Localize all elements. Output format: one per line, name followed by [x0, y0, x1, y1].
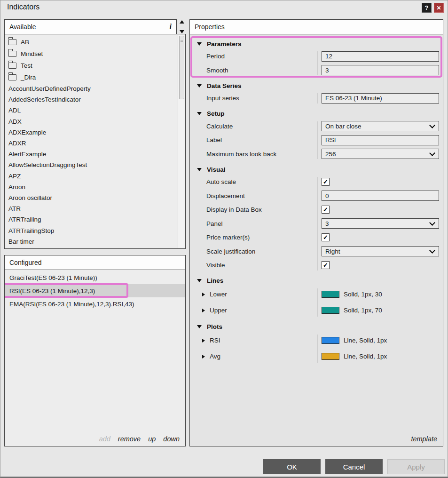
available-item[interactable]: Aroon oscillator — [8, 192, 185, 203]
chevron-down-icon — [429, 122, 435, 128]
configured-item[interactable]: EMA(RSI(ES 06-23 (1 Minute),12,3).RSI,43… — [5, 297, 185, 311]
available-folder[interactable]: _Dira — [8, 72, 185, 83]
property-row: Maximum bars look back256 — [190, 147, 443, 161]
available-item[interactable]: ADXExample — [8, 127, 185, 138]
remove-link[interactable]: remove — [118, 435, 141, 443]
section-data-series: Data SeriesInput seriesES 06-23 (1 Minut… — [190, 80, 443, 105]
configured-item[interactable]: GraciTest(ES 06-23 (1 Minute)) — [5, 271, 185, 284]
up-link[interactable]: up — [148, 435, 156, 443]
available-item-label: AlertExample — [8, 151, 46, 158]
expand-arrow-icon[interactable] — [202, 293, 205, 296]
available-item[interactable]: ADL — [8, 105, 185, 116]
available-item-label: APZ — [8, 173, 21, 180]
scroll-up-icon[interactable] — [180, 20, 184, 24]
help-button[interactable]: ? — [422, 3, 432, 13]
text-input[interactable]: 12 — [322, 51, 439, 62]
available-folder[interactable]: Mindset — [8, 48, 185, 60]
dropdown-select[interactable]: 256 — [322, 149, 439, 159]
available-item[interactable]: APZ — [8, 171, 185, 182]
dropdown-select[interactable]: Right — [322, 246, 439, 256]
properties-panel: ParametersPeriod12Smooth3Data SeriesInpu… — [189, 34, 443, 446]
available-folder[interactable]: AB — [8, 36, 185, 48]
dropdown-select[interactable]: 3 — [322, 218, 439, 229]
property-value: ✓ — [322, 206, 439, 214]
window-title: Indicators — [7, 3, 39, 11]
scrollbar-thumb[interactable] — [179, 36, 184, 99]
section-header[interactable]: Setup — [190, 108, 443, 120]
section-setup: SetupCalculateOn bar closeLabelRSIMaximu… — [190, 108, 443, 161]
text-input[interactable]: ES 06-23 (1 Minute) — [322, 93, 439, 104]
configured-item-label: GraciTest(ES 06-23 (1 Minute)) — [9, 274, 97, 281]
configured-item[interactable]: RSI(ES 06-23 (1 Minute),12,3) — [5, 284, 185, 297]
collapse-triangle-icon — [197, 42, 202, 46]
property-row: Displacement0 — [190, 189, 443, 203]
available-scrollbar[interactable] — [178, 35, 185, 249]
properties-header-label: Properties — [195, 23, 225, 31]
available-item[interactable]: AlertExample — [8, 149, 185, 159]
template-link[interactable]: template — [411, 435, 437, 443]
available-item-label: AccountUserDefinedProperty — [8, 85, 91, 92]
available-item[interactable]: ADXR — [8, 138, 185, 149]
available-item[interactable]: ADX — [8, 116, 185, 127]
checkbox[interactable]: ✓ — [322, 233, 330, 241]
available-item[interactable]: AccountUserDefinedProperty — [8, 83, 185, 94]
color-swatch[interactable] — [322, 291, 339, 298]
available-item[interactable]: ATRTrailing — [8, 214, 185, 225]
available-header-label: Available — [9, 23, 36, 31]
property-value: ✓ — [322, 233, 439, 241]
available-list: ABMindsetTest_DiraAccountUserDefinedProp… — [4, 34, 186, 249]
property-label-text: Period — [206, 53, 225, 60]
apply-button[interactable]: Apply — [387, 459, 445, 474]
available-item[interactable]: Bar timer — [8, 236, 185, 247]
property-label-text: Avg — [210, 353, 220, 360]
ok-button[interactable]: OK — [263, 459, 321, 474]
collapse-triangle-icon — [197, 112, 202, 115]
scroll-down-icon[interactable] — [180, 30, 184, 33]
text-input[interactable]: RSI — [322, 135, 439, 145]
close-button[interactable]: ✕ — [434, 3, 444, 13]
available-item-label: ATRTrailing — [8, 216, 41, 223]
property-row: Panel3 — [190, 217, 443, 231]
available-item[interactable]: ATR — [8, 203, 185, 214]
section-header[interactable]: Lines — [190, 275, 443, 287]
section-header[interactable]: Visual — [190, 164, 443, 175]
property-label-text: Panel — [206, 220, 223, 227]
available-folder[interactable]: Test — [8, 60, 185, 72]
info-icon[interactable]: i — [170, 23, 172, 31]
section-title: Plots — [207, 323, 222, 330]
checkbox[interactable]: ✓ — [322, 178, 330, 186]
text-input[interactable]: 0 — [322, 191, 439, 201]
available-item[interactable]: ATRTrailingStop — [8, 225, 185, 236]
checkbox[interactable]: ✓ — [322, 206, 330, 214]
available-item-label: AllowSelectionDraggingTest — [8, 161, 87, 168]
property-row: Display in Data Box✓ — [190, 203, 443, 217]
property-row: Smooth3 — [190, 64, 443, 78]
section-header[interactable]: Data Series — [190, 80, 443, 91]
checkbox[interactable]: ✓ — [322, 261, 330, 269]
property-row: AvgLine, Solid, 1px — [190, 349, 443, 365]
text-input[interactable]: 3 — [322, 65, 439, 75]
expand-arrow-icon[interactable] — [202, 355, 205, 358]
collapse-triangle-icon — [197, 84, 202, 88]
dropdown-select[interactable]: On bar close — [322, 121, 439, 131]
available-item-label: ADXR — [8, 140, 26, 147]
folder-icon — [8, 51, 16, 57]
color-swatch[interactable] — [322, 353, 339, 360]
property-value: 0 — [322, 191, 439, 201]
collapse-triangle-icon — [197, 279, 202, 282]
available-item-label: ADL — [8, 107, 21, 114]
cancel-button[interactable]: Cancel — [325, 459, 383, 474]
section-header[interactable]: Parameters — [190, 38, 443, 49]
available-item[interactable]: Aroon — [8, 182, 185, 192]
available-item-label: ATR — [8, 205, 21, 212]
property-label: Display in Data Box — [190, 206, 317, 213]
property-label-text: Calculate — [206, 123, 233, 130]
available-item[interactable]: AllowSelectionDraggingTest — [8, 159, 185, 170]
section-header[interactable]: Plots — [190, 321, 443, 333]
expand-arrow-icon[interactable] — [202, 339, 205, 343]
available-item[interactable]: AddedSeriesTestIndicator — [8, 94, 185, 105]
color-swatch[interactable] — [322, 337, 339, 344]
expand-arrow-icon[interactable] — [202, 309, 205, 312]
color-swatch[interactable] — [322, 307, 339, 314]
down-link[interactable]: down — [163, 435, 180, 443]
